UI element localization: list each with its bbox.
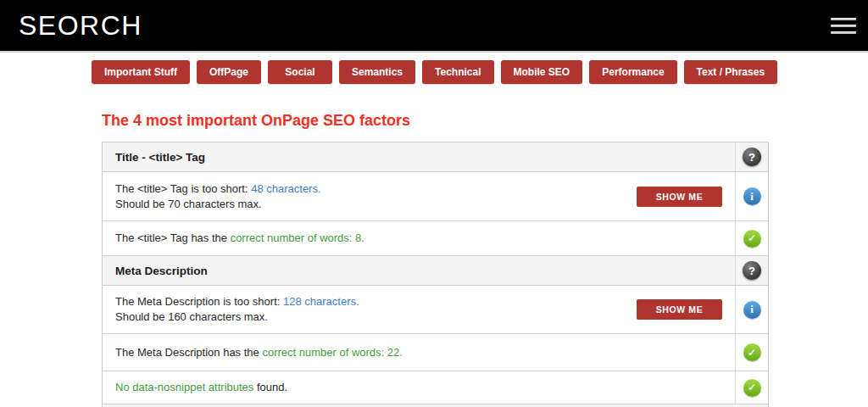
status-cell: ✓: [735, 334, 768, 371]
row-content: No data-nosnippet attributes found.: [103, 371, 735, 404]
seo-report-table: Title - <title> Tag ? The <title> Tag is…: [102, 142, 769, 407]
logo[interactable]: SEORCH: [19, 10, 142, 42]
row-content: The <title> Tag has the correct number o…: [103, 221, 735, 255]
section-nav: Important Stuff OffPage Social Semantics…: [0, 53, 868, 84]
table-row: The Meta Description is too short: 128 c…: [103, 286, 768, 334]
info-icon[interactable]: i: [743, 301, 761, 319]
nav-button-semantics[interactable]: Semantics: [339, 60, 415, 84]
nav-button-social[interactable]: Social: [268, 60, 332, 84]
row-text-value: correct number of words: 8.: [231, 231, 364, 244]
table-row: The <title> Tag is too short: 48 charact…: [103, 172, 768, 221]
row-text-prefix: The Meta Description is too short:: [115, 295, 283, 308]
row-text: The Meta Description has the correct num…: [115, 345, 403, 360]
row-text-line2: Should be 70 characters max.: [115, 198, 262, 210]
row-text-value: correct number of words: 22.: [262, 346, 402, 359]
status-cell: i: [735, 286, 768, 333]
row-content: The Meta Description has the correct num…: [103, 334, 735, 371]
status-cell: ✓: [735, 371, 768, 404]
page-title: The 4 most important OnPage SEO factors: [102, 112, 868, 130]
row-text-line2: Should be 160 characters max.: [115, 310, 268, 323]
check-icon: ✓: [743, 343, 761, 361]
nav-button-mobile-seo[interactable]: Mobile SEO: [501, 60, 583, 84]
row-text: The Meta Description is too short: 128 c…: [115, 294, 359, 325]
row-text-suffix: found.: [253, 381, 287, 393]
table-row: The Meta Description has the correct num…: [103, 334, 768, 371]
hamburger-bar: [831, 25, 856, 27]
section-header-title-tag: Title - <title> Tag ?: [103, 142, 768, 172]
nav-button-performance[interactable]: Performance: [589, 60, 676, 84]
nav-button-important-stuff[interactable]: Important Stuff: [92, 60, 190, 84]
row-text: No data-nosnippet attributes found.: [115, 380, 287, 395]
hamburger-bar: [831, 18, 856, 20]
nav-button-text-phrases[interactable]: Text / Phrases: [684, 60, 777, 84]
row-text: The <title> Tag has the correct number o…: [115, 231, 364, 246]
table-row: The <title> Tag has the correct number o…: [103, 221, 768, 256]
row-text-prefix: The <title> Tag has the: [115, 231, 231, 244]
row-text-value: No data-nosnippet attributes: [115, 381, 253, 393]
section-help-cell: ?: [735, 142, 768, 171]
row-content: The <title> Tag is too short: 48 charact…: [103, 172, 735, 220]
nav-button-technical[interactable]: Technical: [422, 60, 493, 84]
row-text-value: 128 characters.: [283, 295, 359, 308]
hamburger-bar: [831, 31, 856, 34]
show-me-button[interactable]: SHOW ME: [637, 187, 722, 207]
status-cell: i: [735, 172, 768, 220]
row-text-value: 48 characters.: [251, 182, 320, 195]
row-content: The Meta Description is too short: 128 c…: [103, 286, 735, 333]
row-text-prefix: The Meta Description has the: [115, 346, 262, 359]
hamburger-menu-icon[interactable]: [831, 12, 856, 40]
row-text-prefix: The <title> Tag is too short:: [115, 182, 251, 195]
nav-button-offpage[interactable]: OffPage: [197, 60, 261, 84]
status-cell: ✓: [735, 221, 768, 255]
question-icon[interactable]: ?: [743, 148, 761, 166]
check-icon: ✓: [743, 379, 761, 397]
question-icon[interactable]: ?: [743, 261, 761, 280]
section-help-cell: ?: [735, 256, 768, 285]
section-header-meta-description: Meta Description ?: [103, 256, 768, 286]
check-icon: ✓: [743, 230, 761, 248]
row-text: The <title> Tag is too short: 48 charact…: [115, 181, 321, 212]
info-icon[interactable]: i: [743, 187, 761, 205]
site-header: SEORCH: [0, 0, 868, 53]
section-title: Meta Description: [103, 256, 735, 285]
table-row: No data-nosnippet attributes found. ✓: [103, 371, 768, 404]
section-title: Title - <title> Tag: [103, 142, 735, 171]
show-me-button[interactable]: SHOW ME: [637, 299, 722, 320]
